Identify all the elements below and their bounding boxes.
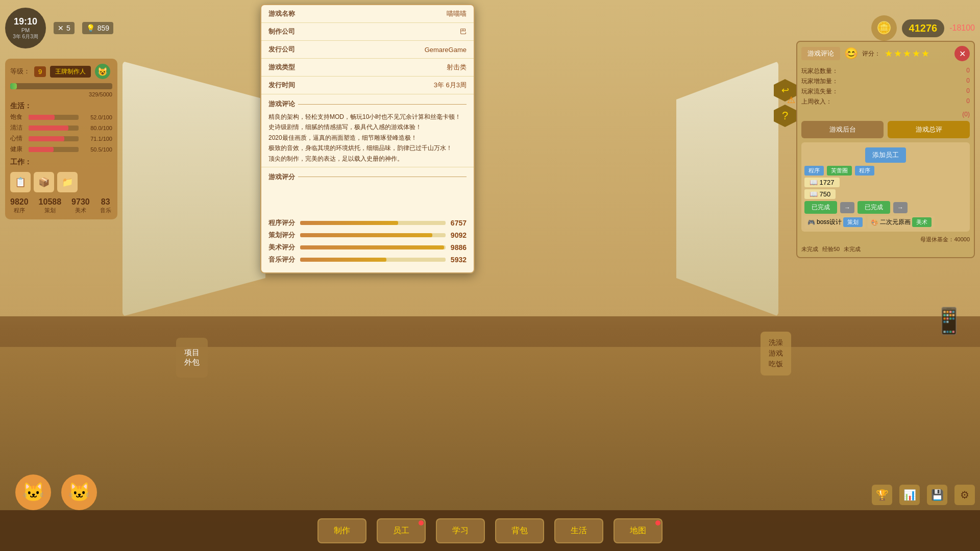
arrow-btn-1[interactable]: → xyxy=(840,202,854,213)
complete-btn-1[interactable]: 已完成 xyxy=(804,201,837,214)
arrow-btn-2[interactable]: → xyxy=(893,202,908,213)
close-button[interactable]: ✕ xyxy=(954,46,970,61)
score-planning: 策划评分 9092 xyxy=(268,231,467,240)
score-plan-bar-bg xyxy=(300,233,446,237)
player-title: 王牌制作人 xyxy=(50,66,91,78)
boss-type: 策划 xyxy=(843,217,863,227)
lost-players-value: 0 xyxy=(966,87,970,96)
btn-bag[interactable]: 背包 xyxy=(495,518,544,543)
phone-icon: 📱 xyxy=(933,306,965,336)
score-art-bar-bg xyxy=(300,245,446,249)
btn-life[interactable]: 生活 xyxy=(554,518,603,543)
btn-map-label: 地图 xyxy=(630,526,646,535)
score-plan-value: 9092 xyxy=(451,231,467,239)
clean-bar xyxy=(29,126,68,131)
income-extra: (0) xyxy=(801,111,970,118)
btn-study[interactable]: 学习 xyxy=(436,518,485,543)
overview-button[interactable]: 游戏总评 xyxy=(888,121,970,138)
envelope-wing-right xyxy=(676,61,778,316)
field-genre: 游戏类型 射击类 xyxy=(261,59,474,77)
food-bar-bg xyxy=(29,115,79,120)
backend-button[interactable]: 游戏后台 xyxy=(801,121,884,138)
btn-production[interactable]: 制作 xyxy=(317,518,366,543)
score-section-title: 游戏评分 xyxy=(268,172,467,182)
btn-employee-label: 员工 xyxy=(393,526,409,535)
anime-label: 二次元原画 xyxy=(880,218,911,227)
field-key-developer: 制作公司 xyxy=(261,23,302,41)
anime-icon: 🎨 xyxy=(871,219,878,226)
field-val-publisher: GemareGame xyxy=(302,41,474,59)
add-employee-button[interactable]: 添加员工 xyxy=(865,147,906,163)
save-icon[interactable]: 💾 xyxy=(927,485,947,505)
work-section: 📋 📦 📁 xyxy=(10,172,112,192)
cat-avatar-1: 🐱 xyxy=(15,474,51,510)
stat-mood: 心情 71.1/100 xyxy=(10,134,112,143)
clock-date: 3年 6月3周 xyxy=(13,33,38,40)
mood-value: 71.1/100 xyxy=(82,136,112,142)
work-icon-3: 📁 xyxy=(57,172,78,192)
game-review-tab[interactable]: 游戏评论 xyxy=(801,47,840,60)
score-visual-area xyxy=(268,185,467,215)
boss-label: boss设计 xyxy=(817,218,842,227)
settings-icon[interactable]: ⚙ xyxy=(954,485,975,505)
complete-btn-2[interactable]: 已完成 xyxy=(857,201,890,214)
level-value: 9 xyxy=(34,66,46,77)
programming-label: 程序 xyxy=(10,207,29,214)
prog-tag-2: 程序 xyxy=(855,166,874,176)
coin-icon: 🪙 xyxy=(871,15,897,41)
score-art-bar xyxy=(300,245,444,249)
score-programming: 程序评分 6757 xyxy=(268,218,467,228)
envelope-wing xyxy=(122,61,265,316)
art-value: 9730 xyxy=(71,197,90,207)
bulb-stat: 💡 859 xyxy=(82,22,113,34)
project-line2: 外包 xyxy=(184,358,200,367)
weekly-income-value: 0 xyxy=(966,97,970,106)
programming-value: 9820 xyxy=(10,197,29,207)
envelope-left-wing xyxy=(122,61,265,316)
rating-label: 评分： xyxy=(862,49,880,58)
exp-bar-container xyxy=(10,83,112,89)
project-box[interactable]: 项目 外包 xyxy=(176,338,208,378)
right-panel: 游戏评论 😊 评分： ★★★★★ ✕ 玩家总数量： 0 玩家增加量： 0 玩家流… xyxy=(796,41,975,258)
clock: 19:10 PM 3年 6月3周 xyxy=(5,8,46,48)
score-music-bar-bg xyxy=(300,258,446,262)
prog-tag: 程序 xyxy=(804,166,824,176)
bottom-stats: 9820 程序 10588 策划 9730 美术 83 音乐 xyxy=(10,197,112,214)
work-section-title: 工作： xyxy=(10,158,112,167)
project-line1: 项目 xyxy=(184,348,200,358)
total-players-row: 玩家总数量： 0 xyxy=(801,67,970,76)
total-players-value: 0 xyxy=(966,67,970,76)
map-notification xyxy=(655,520,660,525)
food-bar xyxy=(29,115,55,120)
bottom-skill-row: 🎮 boss设计 策划 🎨 二次元原画 美术 xyxy=(804,216,967,229)
star-rating: ★★★★★ xyxy=(885,48,930,59)
review-section: 游戏评论 精良的架构，轻松支持MOD，畅玩10小时也不见冗余计算和丝毫卡顿！ 史… xyxy=(261,94,474,167)
complete-row-1: 已完成 → 已完成 → xyxy=(804,201,967,214)
xp-stat: ✕ 5 xyxy=(54,22,75,34)
question-hex-btn[interactable]: ? xyxy=(774,105,796,127)
boss-icon: 🎮 xyxy=(807,219,815,226)
activity-eat: 吃饭 xyxy=(769,360,783,369)
trophy-icon[interactable]: 🏆 xyxy=(872,485,892,505)
btn-employee[interactable]: 员工 xyxy=(377,518,426,543)
outer-right-icons: 🏆 📊 💾 ⚙ xyxy=(872,485,975,505)
field-key-game-name: 游戏名称 xyxy=(261,5,302,23)
score-plan-bar xyxy=(300,233,432,237)
bulb-icon: 💡 xyxy=(86,24,95,32)
clock-ampm: PM xyxy=(21,27,30,33)
clean-value: 80.0/100 xyxy=(82,125,112,131)
activity-shower: 洗澡 xyxy=(769,338,783,347)
field-val-genre: 射击类 xyxy=(302,59,474,77)
chart-icon[interactable]: 📊 xyxy=(899,485,920,505)
health-value: 50.5/100 xyxy=(82,146,112,153)
smiley-icon: 😊 xyxy=(844,47,858,60)
income-note: 母退休基金：40000 xyxy=(801,236,970,243)
review-text: 精良的架构，轻松支持MOD，畅玩10小时也不见冗余计算和丝毫卡顿！ 史诗级剧情，… xyxy=(268,112,467,164)
coin-amount: 41276 xyxy=(902,19,945,37)
health-bar xyxy=(29,147,54,152)
score-music: 音乐评分 5932 xyxy=(268,255,467,264)
planning-label: 策划 xyxy=(39,207,62,214)
skill-boss: 🎮 boss设计 策划 xyxy=(804,216,866,229)
btn-map[interactable]: 地图 xyxy=(614,518,663,543)
unfinished-2: 未完成 xyxy=(844,245,861,253)
